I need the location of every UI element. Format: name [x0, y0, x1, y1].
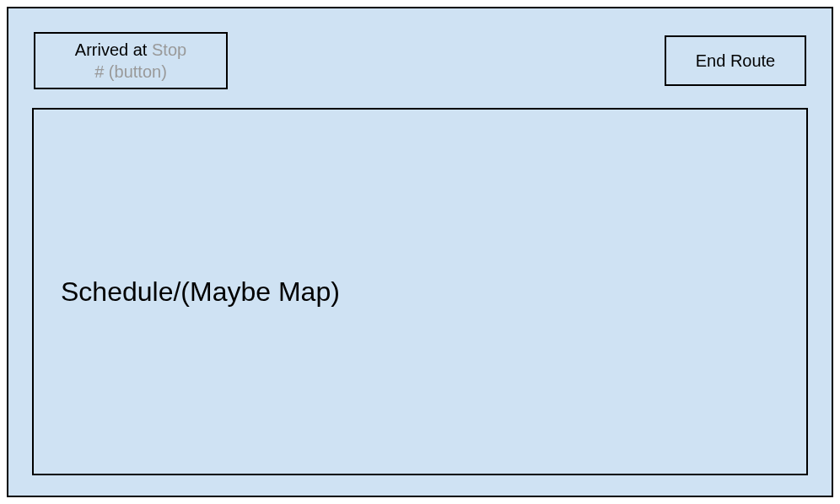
end-route-label: End Route — [696, 51, 776, 71]
arrived-button-line1: Arrived at Stop — [75, 39, 186, 61]
app-frame: Arrived at Stop # (button) End Route Sch… — [7, 7, 833, 497]
arrived-at-stop-button[interactable]: Arrived at Stop # (button) — [34, 32, 228, 89]
arrived-prefix: Arrived at — [75, 40, 152, 59]
schedule-map-panel: Schedule/(Maybe Map) — [32, 108, 808, 475]
arrived-placeholder-1: Stop — [152, 40, 186, 59]
top-bar: Arrived at Stop # (button) End Route — [8, 8, 832, 84]
end-route-button[interactable]: End Route — [665, 35, 806, 86]
schedule-map-label: Schedule/(Maybe Map) — [61, 276, 340, 308]
arrived-placeholder-2: # (button) — [94, 61, 167, 83]
